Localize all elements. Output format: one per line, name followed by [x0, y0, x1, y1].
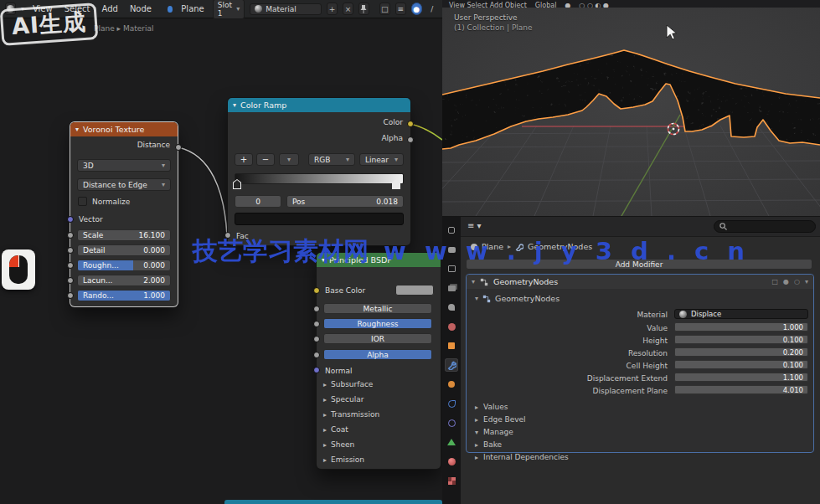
- base-color-swatch[interactable]: [395, 285, 434, 296]
- socket-voronoi-distance-out[interactable]: [175, 144, 182, 151]
- voronoi-node-header[interactable]: ▾ Voronoi Texture: [70, 122, 178, 136]
- orientation-dropdown[interactable]: Global: [535, 0, 557, 8]
- unlink-material-button[interactable]: ×: [343, 3, 353, 15]
- voronoi-lacunarity-slider[interactable]: Lacun...2.000: [77, 275, 171, 286]
- section-edge-bevel[interactable]: ▸Edge Bevel: [475, 415, 526, 424]
- material-id-selector[interactable]: Displace: [674, 309, 808, 319]
- ior-slider[interactable]: IOR: [323, 333, 432, 344]
- menu-node[interactable]: Node: [126, 4, 155, 13]
- socket-ramp-color-out[interactable]: [407, 121, 414, 127]
- viewport-menus[interactable]: View Select Add Object: [449, 0, 527, 8]
- section-bake[interactable]: ▸Bake: [475, 440, 502, 449]
- section-coat[interactable]: ▸Coat: [323, 425, 348, 434]
- collapse-chevron-icon[interactable]: ▾: [233, 101, 236, 109]
- pin-icon[interactable]: [358, 3, 369, 15]
- viewport-canvas[interactable]: [442, 0, 820, 216]
- properties-search-box[interactable]: [714, 220, 816, 233]
- section-manage[interactable]: ▾Manage: [475, 428, 513, 436]
- tab-view-layer[interactable]: [445, 281, 458, 295]
- metallic-slider[interactable]: Metallic: [323, 303, 432, 314]
- socket-voronoi-randomness-in[interactable]: [67, 292, 74, 299]
- stop-position-slider[interactable]: Pos0.018: [286, 195, 404, 208]
- gradient-bar[interactable]: [235, 173, 404, 184]
- remove-stop-button[interactable]: −: [256, 153, 275, 166]
- voronoi-randomness-slider[interactable]: Rando...1.000: [77, 290, 171, 301]
- alpha-slider[interactable]: Alpha: [323, 349, 432, 360]
- snapping-magnet-icon[interactable]: ●: [411, 3, 422, 15]
- socket-voronoi-vector-in[interactable]: [67, 216, 74, 223]
- socket-ior-in[interactable]: [313, 336, 320, 342]
- interpolation-dropdown[interactable]: Linear▾: [359, 153, 404, 166]
- tab-scene[interactable]: [445, 301, 458, 314]
- tab-texture[interactable]: [445, 474, 458, 487]
- node-voronoi-texture[interactable]: ▾ Voronoi Texture Distance 3D▾ Distance …: [70, 122, 178, 306]
- tab-material[interactable]: [445, 455, 458, 468]
- modifier-header[interactable]: ▾ GeometryNodes □ ● ○ ▾: [467, 275, 813, 289]
- socket-normal-in[interactable]: [313, 367, 320, 373]
- socket-voronoi-detail-in[interactable]: [67, 247, 74, 254]
- displacement-extend-slider[interactable]: 1.100: [674, 373, 808, 382]
- height-slider[interactable]: 0.100: [674, 335, 808, 344]
- color-mode-dropdown[interactable]: RGB▾: [308, 153, 355, 166]
- menu-add[interactable]: Add: [99, 4, 121, 13]
- section-specular[interactable]: ▸Specular: [323, 395, 364, 404]
- tab-constraints[interactable]: [445, 416, 458, 429]
- section-internal-dependencies[interactable]: ▸Internal Dependencies: [475, 453, 569, 461]
- snap-target-icon[interactable]: □: [379, 3, 390, 15]
- section-subsurface[interactable]: ▸Subsurface: [323, 380, 373, 388]
- partial-node-header[interactable]: [224, 500, 442, 504]
- socket-voronoi-scale-in[interactable]: [67, 232, 74, 239]
- ramp-options-button[interactable]: ▾: [279, 153, 299, 166]
- socket-voronoi-lacunarity-in[interactable]: [67, 277, 74, 284]
- display-realtime-toggle-icon[interactable]: ●: [783, 278, 789, 285]
- section-transmission[interactable]: ▸Transmission: [323, 410, 379, 419]
- displacement-plane-slider[interactable]: 4.010: [674, 385, 808, 394]
- socket-roughness-in[interactable]: [313, 321, 320, 327]
- socket-metallic-in[interactable]: [313, 306, 320, 312]
- tab-object[interactable]: [445, 339, 458, 352]
- material-selector[interactable]: Material: [250, 3, 322, 15]
- section-emission[interactable]: ▸Emission: [323, 455, 364, 464]
- expand-chevron-icon[interactable]: ▾: [472, 278, 475, 285]
- value-slider[interactable]: 1.000: [674, 322, 808, 332]
- tab-modifiers[interactable]: [445, 358, 458, 372]
- 3d-viewport[interactable]: View Select Add Object Global ● ○ ○ ◐ ● …: [442, 0, 820, 216]
- snap-magnet-icon[interactable]: ●: [565, 0, 570, 8]
- node-color-ramp[interactable]: ▾ Color Ramp Color Alpha + − ▾ RGB▾ Line…: [228, 98, 410, 245]
- stop-index-field[interactable]: 0: [235, 195, 281, 208]
- collapse-chevron-icon[interactable]: ▾: [75, 126, 79, 133]
- voronoi-dimensions-dropdown[interactable]: 3D▾: [77, 159, 171, 172]
- node-group-selector[interactable]: ▾ GeometryNodes: [475, 294, 560, 303]
- tab-particles[interactable]: [445, 378, 458, 391]
- shading-mode-icons[interactable]: ○ ○ ◐ ●: [579, 0, 609, 8]
- editor-type-button[interactable]: ≡ ▾: [467, 221, 482, 230]
- section-sheen[interactable]: ▸Sheen: [323, 440, 354, 449]
- proportional-edit-icon[interactable]: /: [427, 3, 437, 15]
- tab-world[interactable]: [445, 320, 458, 333]
- color-ramp-node-header[interactable]: ▾ Color Ramp: [228, 98, 410, 112]
- voronoi-roughness-slider[interactable]: Roughn...0.000: [77, 260, 171, 271]
- socket-alpha-in[interactable]: [313, 352, 320, 358]
- voronoi-scale-slider[interactable]: Scale16.100: [77, 229, 171, 241]
- display-edit-toggle-icon[interactable]: □: [771, 278, 778, 285]
- cell-height-slider[interactable]: 0.100: [674, 360, 808, 369]
- normalize-checkbox[interactable]: [78, 197, 87, 206]
- terrain-mesh-object[interactable]: [442, 50, 820, 149]
- socket-ramp-alpha-out[interactable]: [407, 136, 414, 143]
- node-principled-bsdf[interactable]: ▾ Principled BSDF Base Color Metallic Ro…: [317, 253, 441, 469]
- display-render-toggle-icon[interactable]: ○: [794, 278, 800, 285]
- socket-voronoi-roughness-in[interactable]: [67, 262, 74, 269]
- new-material-button[interactable]: +: [327, 3, 338, 15]
- resolution-slider[interactable]: 0.200: [674, 347, 808, 357]
- add-stop-button[interactable]: +: [235, 153, 253, 166]
- section-values[interactable]: ▸Values: [475, 403, 508, 411]
- tab-physics[interactable]: [445, 397, 458, 410]
- voronoi-detail-slider[interactable]: Detail0.000: [77, 244, 171, 256]
- roughness-slider[interactable]: Roughness: [323, 318, 432, 329]
- socket-base-color-in[interactable]: [313, 287, 320, 294]
- material-slot-dropdown[interactable]: Slot 1▾: [213, 0, 245, 19]
- stop-color-swatch[interactable]: [235, 213, 404, 225]
- tab-object-data[interactable]: [445, 435, 458, 449]
- voronoi-feature-dropdown[interactable]: Distance to Edge▾: [77, 178, 171, 191]
- modifier-extras-icon[interactable]: ▾: [805, 278, 808, 285]
